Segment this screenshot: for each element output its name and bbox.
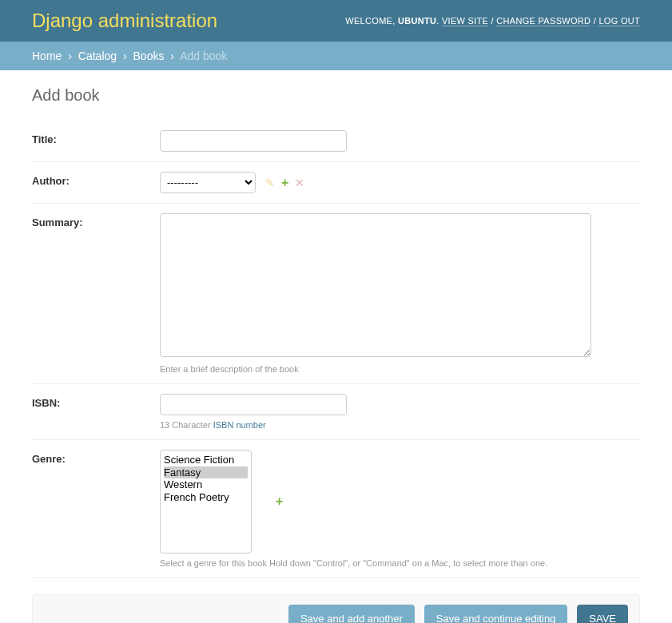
plus-icon[interactable]: + (276, 494, 283, 509)
genre-select[interactable]: Science FictionFantasyWesternFrench Poet… (160, 450, 252, 554)
genre-option[interactable]: French Poetry (164, 491, 248, 504)
add-book-form: Title: Author: --------- ✎ + ✕ Summary: (32, 121, 640, 623)
welcome-text: WELCOME, (345, 16, 395, 26)
breadcrumb-books[interactable]: Books (133, 50, 165, 62)
breadcrumb-home[interactable]: Home (32, 50, 62, 62)
summary-help: Enter a brief description of the book (160, 364, 640, 374)
isbn-help: 13 Character ISBN number (160, 420, 640, 430)
title-input[interactable] (160, 130, 347, 152)
site-title: Django administration (32, 10, 217, 32)
plus-icon[interactable]: + (281, 176, 288, 190)
view-site-link[interactable]: VIEW SITE (442, 16, 488, 26)
field-row-title: Title: (32, 121, 640, 162)
summary-label: Summary: (32, 213, 160, 228)
field-row-isbn: ISBN: 13 Character ISBN number (32, 384, 640, 440)
genre-option[interactable]: Fantasy (164, 466, 248, 479)
field-row-genre: Genre: Science FictionFantasyWesternFren… (32, 440, 640, 578)
summary-textarea[interactable] (160, 213, 591, 357)
breadcrumb-sep: › (68, 50, 72, 62)
author-label: Author: (32, 172, 160, 187)
genre-option[interactable]: Science Fiction (164, 454, 248, 466)
page-title: Add book (32, 86, 640, 105)
header: Django administration WELCOME, UBUNTU. V… (0, 0, 672, 42)
title-label: Title: (32, 130, 160, 145)
breadcrumb-sep: › (123, 50, 127, 62)
isbn-input[interactable] (160, 394, 347, 415)
isbn-help-prefix: 13 Character (160, 420, 213, 430)
author-related-widgets: ✎ + ✕ (265, 176, 304, 190)
branding: Django administration (32, 10, 217, 32)
logout-link[interactable]: LOG OUT (598, 16, 640, 26)
author-select[interactable]: --------- (160, 172, 256, 193)
isbn-label: ISBN: (32, 394, 160, 409)
breadcrumb-sep: › (170, 50, 174, 62)
breadcrumb: Home › Catalog › Books › Add book (0, 42, 672, 70)
change-password-link[interactable]: CHANGE PASSWORD (496, 16, 590, 26)
separator: / (491, 16, 494, 26)
save-button[interactable]: SAVE (577, 605, 628, 623)
breadcrumb-current: Add book (180, 50, 227, 62)
save-continue-button[interactable]: Save and continue editing (424, 605, 568, 623)
submit-row: Save and add another Save and continue e… (32, 594, 640, 623)
separator: / (594, 16, 596, 26)
breadcrumb-catalog[interactable]: Catalog (78, 50, 117, 62)
close-icon: ✕ (295, 177, 304, 189)
genre-label: Genre: (32, 450, 160, 465)
genre-help: Select a genre for this book Hold down "… (160, 558, 640, 568)
field-row-author: Author: --------- ✎ + ✕ (32, 162, 640, 204)
field-row-summary: Summary: Enter a brief description of th… (32, 204, 640, 384)
user-tools: WELCOME, UBUNTU. VIEW SITE / CHANGE PASS… (345, 16, 640, 26)
username: UBUNTU (398, 16, 436, 26)
save-add-another-button[interactable]: Save and add another (288, 605, 415, 623)
isbn-help-link[interactable]: ISBN number (213, 420, 266, 430)
genre-option[interactable]: Western (164, 478, 248, 491)
pencil-icon: ✎ (265, 177, 275, 189)
content: Add book Title: Author: --------- ✎ + ✕ (0, 70, 672, 623)
